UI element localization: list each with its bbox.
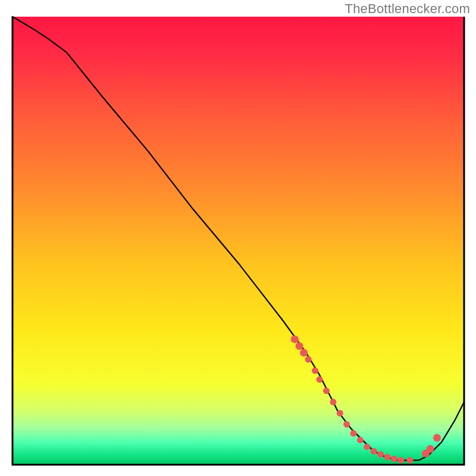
attribution-text: TheBottlenecker.com bbox=[345, 1, 470, 17]
data-marker bbox=[433, 434, 441, 441]
data-marker bbox=[397, 457, 404, 464]
data-marker bbox=[305, 356, 312, 363]
data-marker bbox=[291, 336, 299, 343]
data-marker bbox=[337, 410, 343, 416]
data-marker bbox=[377, 451, 384, 458]
data-marker bbox=[364, 443, 370, 450]
data-marker bbox=[406, 457, 413, 464]
data-marker bbox=[391, 456, 397, 462]
data-marker bbox=[300, 349, 308, 356]
bottleneck-chart: TheBottlenecker.com bbox=[0, 0, 476, 476]
data-marker bbox=[384, 454, 391, 461]
data-marker bbox=[343, 421, 350, 428]
data-marker bbox=[350, 430, 357, 437]
data-marker bbox=[296, 342, 303, 350]
data-marker bbox=[317, 376, 323, 383]
data-marker bbox=[357, 437, 364, 443]
data-marker bbox=[330, 399, 336, 405]
chart-svg bbox=[0, 0, 476, 476]
data-marker bbox=[323, 387, 330, 394]
data-marker bbox=[371, 448, 377, 455]
plot-background bbox=[12, 17, 464, 465]
data-marker bbox=[427, 445, 434, 453]
data-marker bbox=[312, 367, 318, 374]
